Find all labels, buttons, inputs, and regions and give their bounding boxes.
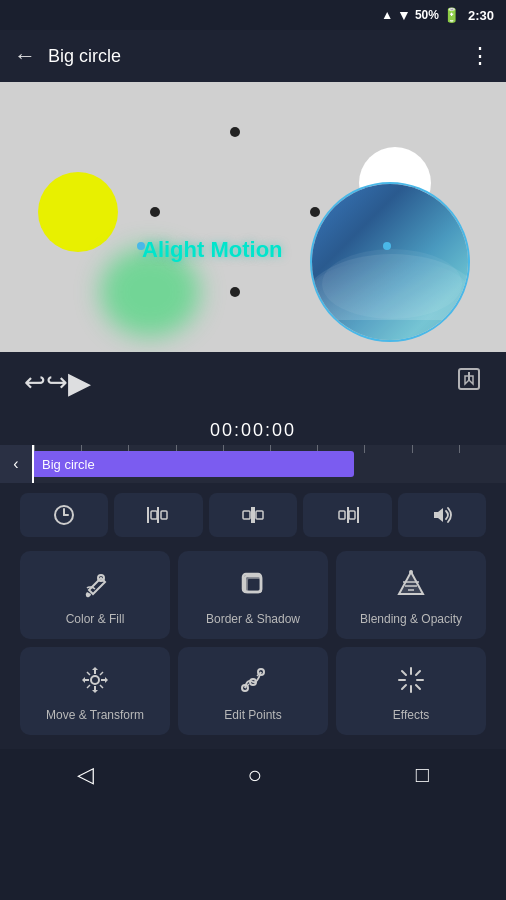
effects-button[interactable]: Effects: [336, 647, 486, 735]
blending-opacity-button[interactable]: Blending & Opacity: [336, 551, 486, 639]
move-icon: [79, 664, 111, 700]
svg-line-56: [402, 685, 406, 689]
nav-recents-button[interactable]: □: [396, 756, 449, 794]
wave-svg: [312, 184, 468, 340]
yellow-circle: [38, 172, 118, 252]
effects-svg: [395, 664, 427, 696]
timeline-track[interactable]: ‹ Big circle: [0, 445, 506, 483]
back-button[interactable]: ←: [14, 43, 36, 69]
more-menu-button[interactable]: ⋮: [469, 43, 492, 69]
svg-rect-23: [247, 578, 261, 592]
color-fill-svg: [79, 568, 111, 600]
timeline-section: 00:00:00 ‹ Big circle: [0, 412, 506, 483]
tick: [459, 445, 506, 453]
tick: [364, 445, 411, 453]
color-fill-icon: [79, 568, 111, 604]
edit-points-label: Edit Points: [224, 708, 281, 722]
top-bar: ← Big circle ⋮: [0, 30, 506, 82]
video-inner: [312, 184, 468, 340]
controls-bar: ↩ ↪ ▶: [0, 352, 506, 412]
svg-rect-10: [161, 511, 167, 519]
video-circle: [310, 182, 470, 342]
blending-icon: [395, 568, 427, 604]
playhead[interactable]: [32, 445, 34, 483]
svg-rect-9: [151, 511, 157, 519]
svg-line-41: [100, 685, 103, 688]
tool-grid: Color & Fill Border & Shadow: [10, 547, 496, 745]
color-fill-button[interactable]: Color & Fill: [20, 551, 170, 639]
svg-rect-13: [256, 511, 263, 519]
svg-line-43: [87, 685, 90, 688]
svg-line-54: [416, 685, 420, 689]
status-icons: ▲ ▼ 50% 🔋 2:30: [381, 7, 494, 23]
time-display: 2:30: [468, 8, 494, 23]
timeline-clip[interactable]: Big circle: [32, 451, 354, 477]
video-circle-wrapper[interactable]: [155, 132, 315, 292]
svg-marker-20: [434, 508, 443, 522]
battery-percent: 50%: [415, 8, 439, 22]
svg-point-30: [409, 570, 413, 574]
speed-icon-button[interactable]: [20, 493, 108, 537]
trim-center-button[interactable]: [209, 493, 297, 537]
svg-marker-33: [92, 667, 98, 670]
move-svg: [79, 664, 111, 696]
blending-opacity-label: Blending & Opacity: [360, 612, 462, 626]
svg-rect-18: [349, 511, 355, 519]
wifi-icon: ▼: [397, 7, 411, 23]
border-shadow-icon: [237, 568, 269, 604]
clip-label: Big circle: [42, 457, 95, 472]
battery-icon: 🔋: [443, 7, 460, 23]
nav-home-button[interactable]: ○: [228, 755, 283, 795]
svg-line-40: [87, 672, 90, 675]
edit-points-svg: [237, 664, 269, 696]
svg-line-55: [416, 671, 420, 675]
tools-section: Color & Fill Border & Shadow: [0, 483, 506, 749]
svg-rect-12: [243, 511, 250, 519]
handle-left[interactable]: [150, 207, 160, 217]
svg-marker-39: [105, 677, 108, 683]
blending-svg: [395, 568, 427, 600]
trim-center-icon: [241, 503, 265, 527]
timeline-ruler[interactable]: Big circle: [32, 445, 506, 483]
move-transform-button[interactable]: Move & Transform: [20, 647, 170, 735]
signal-icon: ▲: [381, 8, 393, 22]
nav-back-button[interactable]: ◁: [57, 756, 114, 794]
export-icon: [456, 366, 482, 392]
svg-line-53: [402, 671, 406, 675]
icon-row: [10, 493, 496, 547]
svg-marker-35: [92, 690, 98, 693]
timecode: 00:00:00: [0, 416, 506, 445]
handle-top[interactable]: [230, 127, 240, 137]
timeline-back-arrow[interactable]: ‹: [0, 445, 32, 483]
effects-label: Effects: [393, 708, 429, 722]
effects-icon: [395, 664, 427, 700]
redo-button[interactable]: ↪: [46, 367, 68, 398]
border-shadow-button[interactable]: Border & Shadow: [178, 551, 328, 639]
handle-right[interactable]: [310, 207, 320, 217]
svg-marker-37: [82, 677, 85, 683]
speed-icon: [52, 503, 76, 527]
alight-motion-text[interactable]: Alight Motion: [142, 237, 283, 263]
edit-points-icon: [237, 664, 269, 700]
edit-points-button[interactable]: Edit Points: [178, 647, 328, 735]
trim-start-button[interactable]: [114, 493, 202, 537]
play-button[interactable]: ▶: [68, 365, 91, 400]
page-title: Big circle: [48, 46, 457, 67]
volume-icon: [430, 503, 454, 527]
text-handle-left[interactable]: [137, 242, 145, 250]
svg-point-31: [91, 676, 99, 684]
svg-point-1: [322, 249, 462, 319]
undo-button[interactable]: ↩: [24, 367, 46, 398]
text-handle-right[interactable]: [383, 242, 391, 250]
svg-line-42: [100, 672, 103, 675]
border-shadow-label: Border & Shadow: [206, 612, 300, 626]
move-transform-label: Move & Transform: [46, 708, 144, 722]
trim-end-icon: [335, 503, 359, 527]
bottom-nav: ◁ ○ □: [0, 749, 506, 801]
volume-button[interactable]: [398, 493, 486, 537]
export-button[interactable]: [456, 366, 482, 398]
trim-end-button[interactable]: [303, 493, 391, 537]
trim-start-icon: [147, 503, 171, 527]
preview-canvas: Alight Motion: [0, 82, 506, 352]
handle-bottom[interactable]: [230, 287, 240, 297]
